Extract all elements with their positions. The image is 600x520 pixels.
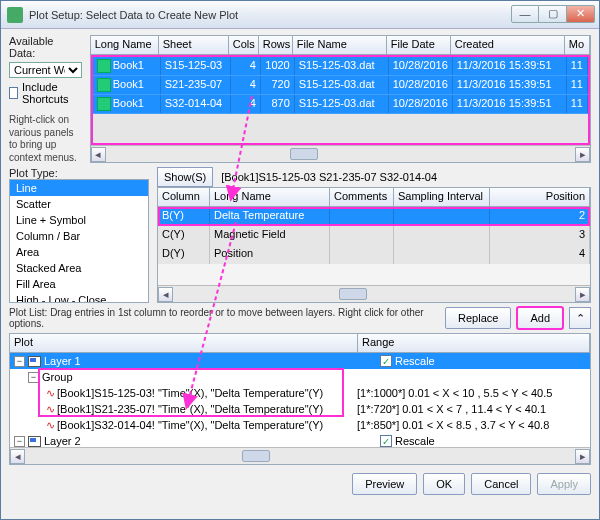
add-button[interactable]: Add: [517, 307, 563, 329]
scroll-left-icon[interactable]: ◂: [158, 287, 173, 302]
chevron-up-icon: ⌃: [576, 312, 585, 325]
scroll-left-icon[interactable]: ◂: [91, 147, 106, 162]
app-icon: [7, 7, 23, 23]
plot-type-label: Plot Type:: [9, 167, 149, 179]
scroll-right-icon[interactable]: ▸: [575, 147, 590, 162]
cg-long[interactable]: Long Name: [210, 188, 330, 206]
col-sheet[interactable]: Sheet: [159, 36, 229, 54]
col-created[interactable]: Created: [451, 36, 565, 54]
collapse-icon[interactable]: −: [14, 356, 25, 367]
titlebar: Plot Setup: Select Data to Create New Pl…: [1, 1, 599, 29]
minimize-button[interactable]: —: [511, 5, 539, 23]
include-shortcuts-check[interactable]: Include Shortcuts: [9, 81, 82, 105]
cg-pos[interactable]: Position: [490, 188, 590, 206]
maximize-button[interactable]: ▢: [539, 5, 567, 23]
col-mo[interactable]: Mo: [565, 36, 590, 54]
layer-row[interactable]: −Layer 2✓Rescale: [10, 433, 590, 447]
curve-icon: ∿: [46, 387, 55, 400]
scroll-thumb[interactable]: [242, 450, 270, 462]
table-row[interactable]: Book1S32-014-044870S15-125-03.dat10/28/2…: [93, 95, 588, 114]
cg-comm[interactable]: Comments: [330, 188, 394, 206]
scroll-right-icon[interactable]: ▸: [575, 449, 590, 464]
plot-setup-window: Plot Setup: Select Data to Create New Pl…: [0, 0, 600, 520]
scroll-left-icon[interactable]: ◂: [10, 449, 25, 464]
close-button[interactable]: ✕: [567, 5, 595, 23]
tree-col-range[interactable]: Range: [358, 334, 590, 352]
available-data-label: Available Data:: [9, 35, 82, 59]
show-path: [Book1]S15-125-03 S21-235-07 S32-014-04: [217, 169, 591, 185]
collapse-button[interactable]: ⌃: [569, 307, 591, 329]
plotlist-hint: Plot List: Drag entries in 1st column to…: [9, 307, 439, 329]
available-data-combo[interactable]: Current Workbook: [9, 62, 82, 78]
plot-row[interactable]: ∿[Book1]S15-125-03! "Time"(X), "Delta Te…: [10, 385, 590, 401]
data-grid[interactable]: Long Name Sheet Cols Rows File Name File…: [90, 35, 591, 163]
column-grid[interactable]: Column Long Name Comments Sampling Inter…: [157, 187, 591, 303]
checkbox-icon[interactable]: ✓: [380, 435, 392, 447]
plot-type-item[interactable]: Line: [10, 180, 148, 196]
workbook-icon: [97, 78, 111, 92]
checkbox-icon[interactable]: ✓: [380, 355, 392, 367]
cg-col[interactable]: Column: [158, 188, 210, 206]
layer-row[interactable]: −Layer 1✓Rescale: [10, 353, 590, 369]
scroll-thumb[interactable]: [339, 288, 367, 300]
layer-icon: [28, 436, 41, 447]
h-scrollbar-3[interactable]: ◂ ▸: [10, 447, 590, 464]
col-filename[interactable]: File Name: [293, 36, 387, 54]
workbook-icon: [97, 97, 111, 111]
plot-row[interactable]: ∿[Book1]S21-235-07! "Time"(X), "Delta Te…: [10, 401, 590, 417]
hint-text: Right-click on various panels to bring u…: [9, 114, 82, 164]
table-row[interactable]: Book1S21-235-074720S15-125-03.dat10/28/2…: [93, 76, 588, 95]
col-filedate[interactable]: File Date: [387, 36, 451, 54]
collapse-icon[interactable]: −: [28, 372, 39, 383]
apply-button: Apply: [537, 473, 591, 495]
table-row[interactable]: Book1S15-125-0341020S15-125-03.dat10/28/…: [93, 57, 588, 76]
column-row[interactable]: D(Y)Position4: [158, 245, 590, 264]
curve-icon: ∿: [46, 419, 55, 432]
window-title: Plot Setup: Select Data to Create New Pl…: [29, 9, 511, 21]
col-longname[interactable]: Long Name: [91, 36, 159, 54]
plot-type-item[interactable]: Scatter: [10, 196, 148, 212]
col-rows[interactable]: Rows: [259, 36, 293, 54]
preview-button[interactable]: Preview: [352, 473, 417, 495]
plot-type-item[interactable]: Stacked Area: [10, 260, 148, 276]
plot-type-item[interactable]: Line + Symbol: [10, 212, 148, 228]
replace-button[interactable]: Replace: [445, 307, 511, 329]
plot-type-item[interactable]: Column / Bar: [10, 228, 148, 244]
scroll-thumb[interactable]: [290, 148, 318, 160]
plot-type-item[interactable]: Fill Area: [10, 276, 148, 292]
col-cols[interactable]: Cols: [229, 36, 259, 54]
show-button[interactable]: Show(S): [157, 167, 213, 187]
plot-row[interactable]: ∿[Book1]S32-014-04! "Time"(X), "Delta Te…: [10, 417, 590, 433]
h-scrollbar[interactable]: ◂ ▸: [91, 145, 590, 162]
curve-icon: ∿: [46, 403, 55, 416]
cg-samp[interactable]: Sampling Interval: [394, 188, 490, 206]
column-row[interactable]: C(Y)Magnetic Field3: [158, 226, 590, 245]
collapse-icon[interactable]: −: [14, 436, 25, 447]
plot-type-list[interactable]: LineScatterLine + SymbolColumn / BarArea…: [9, 179, 149, 303]
tree-col-plot[interactable]: Plot: [10, 334, 358, 352]
column-row[interactable]: B(Y)Delta Temperature2: [158, 207, 590, 226]
plot-type-item[interactable]: Area: [10, 244, 148, 260]
h-scrollbar-2[interactable]: ◂ ▸: [158, 285, 590, 302]
workbook-icon: [97, 59, 111, 73]
scroll-right-icon[interactable]: ▸: [575, 287, 590, 302]
cancel-button[interactable]: Cancel: [471, 473, 531, 495]
ok-button[interactable]: OK: [423, 473, 465, 495]
checkbox-icon: [9, 87, 18, 99]
plot-tree[interactable]: Plot Range −Layer 1✓Rescale−Group∿[Book1…: [9, 333, 591, 465]
plot-type-item[interactable]: High - Low - Close: [10, 292, 148, 303]
layer-icon: [28, 356, 41, 367]
group-row[interactable]: −Group: [10, 369, 590, 385]
